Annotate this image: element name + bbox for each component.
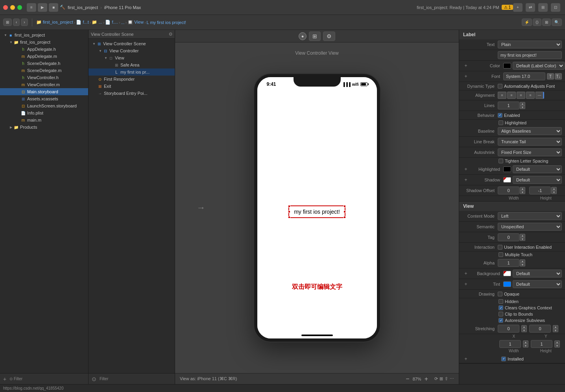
color-plus-btn[interactable]: + <box>462 63 468 68</box>
align-center-btn[interactable]: ≡ <box>507 92 516 99</box>
close-button[interactable] <box>3 5 8 10</box>
jump-button[interactable]: ⟨⟩ <box>533 18 541 26</box>
shadow-plus-btn[interactable]: + <box>462 177 468 183</box>
interaction-user-checkbox[interactable] <box>498 245 502 250</box>
stretching-x-up[interactable]: ▲ <box>521 325 527 329</box>
content-mode-select[interactable]: Left <box>498 212 562 220</box>
resize-handle-bl[interactable] <box>288 216 290 218</box>
shadow-height-down[interactable]: ▼ <box>551 190 557 194</box>
sidebar-item-main-storyboard[interactable]: ⊡ Main.storyboard <box>0 88 88 95</box>
align-justify-btn[interactable]: ≡ <box>526 92 535 99</box>
label-selected-element[interactable]: my first ios project! <box>288 205 345 218</box>
text-value-input[interactable] <box>498 51 562 59</box>
font-field[interactable]: System 17.0 <box>503 72 545 80</box>
related-files-button[interactable]: ⊞ <box>542 18 551 26</box>
canvas-more-icon[interactable]: ⋯ <box>450 376 454 381</box>
scene-item-first-responder[interactable]: ⊙ First Responder <box>89 76 175 83</box>
canvas-grid-btn[interactable]: ⊞ <box>309 31 321 41</box>
shadow-select[interactable]: Default <box>513 176 562 184</box>
lines-stepper-down[interactable]: ▼ <box>520 105 525 109</box>
dynamic-type-checkbox[interactable] <box>498 84 502 89</box>
sidebar-item-appdelegate-h[interactable]: h AppDelegate.h <box>0 46 88 53</box>
device-label[interactable]: View as: iPhone 11 (⌘C ⌘R) <box>180 376 237 381</box>
stretching-x-input[interactable] <box>498 325 519 333</box>
zoom-in-btn[interactable]: + <box>425 375 428 383</box>
scene-menu-button[interactable]: ⊙ <box>169 31 172 37</box>
text-type-select[interactable]: Plain Attributed <box>498 41 562 48</box>
highlighted-plus-btn[interactable]: + <box>462 166 468 172</box>
clip-checkbox[interactable] <box>499 312 503 316</box>
behavior-enabled-checkbox[interactable] <box>498 113 502 118</box>
resize-handle-ml[interactable] <box>288 211 290 213</box>
breadcrumb-label[interactable]: L my first ios project! <box>147 20 186 25</box>
sidebar-item-products[interactable]: ▶ 📁 Products <box>0 124 88 131</box>
shadow-width-down[interactable]: ▼ <box>520 190 525 194</box>
font-adjust-button[interactable]: T↓ <box>555 73 562 80</box>
stretching-w-down[interactable]: ▼ <box>523 344 528 348</box>
font-plus-btn[interactable]: + <box>462 74 468 79</box>
lines-input[interactable] <box>498 102 519 109</box>
vcs-button[interactable]: ⚡ <box>522 18 532 26</box>
stretching-x-stepper[interactable]: ▲ ▼ <box>521 325 528 332</box>
stretching-w-up[interactable]: ▲ <box>523 340 528 344</box>
behavior-highlighted-checkbox[interactable] <box>499 120 503 125</box>
scene-item-safe-area[interactable]: ⊞ Safe Area <box>89 61 175 68</box>
tag-stepper-up[interactable]: ▲ <box>520 234 525 237</box>
sidebar-item-viewcontroller-h[interactable]: h ViewController.h <box>0 74 88 81</box>
sidebar-item-appdelegate-m[interactable]: m AppDelegate.m <box>0 53 88 60</box>
zoom-out-btn[interactable]: − <box>406 375 409 383</box>
sidebar-item-main-m[interactable]: m main.m <box>0 116 88 124</box>
semantic-select[interactable]: Unspecified <box>498 223 562 231</box>
lines-stepper-up[interactable]: ▲ <box>520 102 525 105</box>
breadcrumb-dots1[interactable]: 📁 ... <box>92 20 102 25</box>
stretching-h-down[interactable]: ▼ <box>554 344 560 348</box>
sidebar-item-launch-storyboard[interactable]: ⊡ LaunchScreen.storyboard <box>0 102 88 109</box>
stretching-h-up[interactable]: ▲ <box>554 340 560 344</box>
sidebar-item-infoplist[interactable]: 📄 Info.plist <box>0 109 88 116</box>
tag-stepper-down[interactable]: ▼ <box>520 237 525 241</box>
shadow-height-up[interactable]: ▲ <box>551 187 557 190</box>
font-T-button[interactable]: T <box>547 73 554 80</box>
tint-plus-btn[interactable]: + <box>462 281 468 287</box>
align-left-btn[interactable]: ≡ <box>498 92 506 99</box>
alpha-stepper[interactable]: ▲ ▼ <box>520 259 526 266</box>
background-select[interactable]: Default <box>513 270 562 277</box>
zoom-level[interactable]: 87% <box>413 377 421 381</box>
alpha-input[interactable] <box>498 259 519 267</box>
project-title[interactable]: first_ios_project <box>68 5 98 10</box>
color-swatch[interactable] <box>503 63 511 68</box>
shadow-height-stepper[interactable]: ▲ ▼ <box>551 187 558 194</box>
autoresize-checkbox[interactable] <box>499 318 503 323</box>
stretching-h-input[interactable] <box>531 340 552 348</box>
resize-handle-mr[interactable] <box>343 211 346 213</box>
canvas-refresh-icon[interactable]: ⟳ <box>434 376 438 381</box>
scheme-selector[interactable]: iPhone 11 Pro Max <box>104 5 141 10</box>
shadow-width-up[interactable]: ▲ <box>520 187 525 190</box>
stretching-y-input[interactable] <box>529 325 551 333</box>
forward-btn[interactable]: › <box>21 18 28 26</box>
breadcrumb-f[interactable]: 📄 f...t <box>76 20 89 25</box>
breadcrumb-view-icon[interactable]: 🔲 View <box>127 20 144 25</box>
align-natural-btn[interactable]: — <box>535 92 544 99</box>
canvas-circle-btn[interactable]: ● <box>299 32 307 40</box>
multiple-touch-checkbox[interactable] <box>499 252 503 257</box>
canvas-gear-btn[interactable]: ⚙ <box>323 31 335 41</box>
tighten-checkbox[interactable] <box>499 159 503 163</box>
scene-filter-label[interactable]: Filter <box>100 377 108 381</box>
line-break-select[interactable]: Truncate Tail <box>498 138 562 146</box>
background-swatch[interactable] <box>503 271 511 276</box>
resize-handle-tr[interactable] <box>343 205 346 207</box>
scene-item-vc[interactable]: ▼ ⊟ View Controller <box>89 47 175 54</box>
canvas-fit-icon[interactable]: ⊞ <box>439 376 443 381</box>
background-plus-btn[interactable]: + <box>462 271 468 276</box>
tint-select[interactable]: Default <box>513 280 562 288</box>
scene-item-exit[interactable]: ⊠ Exit <box>89 83 175 90</box>
canvas-share-icon[interactable]: ⇧ <box>445 376 448 381</box>
minimize-button[interactable] <box>10 5 15 10</box>
sidebar-item-scenedelegate-m[interactable]: m SceneDelegate.m <box>0 67 88 74</box>
tag-stepper[interactable]: ▲ ▼ <box>520 234 526 241</box>
sidebar-item-assets[interactable]: ⊞ Assets.xcassets <box>0 95 88 102</box>
hidden-checkbox[interactable] <box>499 299 503 304</box>
tint-swatch[interactable] <box>503 281 511 287</box>
shadow-height-input[interactable] <box>529 187 551 194</box>
